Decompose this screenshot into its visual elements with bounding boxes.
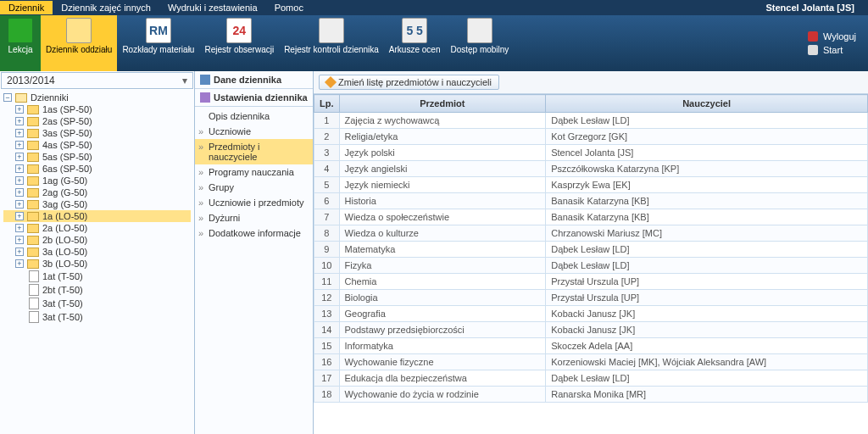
table-row[interactable]: 17Edukacja dla bezpieczeństwaDąbek Lesła… (314, 370, 868, 387)
ribbon-label: Arkusze ocen (389, 45, 441, 54)
tree-item[interactable]: 2bt (T-50) (3, 283, 191, 297)
table-row[interactable]: 11ChemiaPrzystał Urszula [UP] (314, 274, 868, 290)
tree-item[interactable]: +1ag (G-50) (3, 175, 191, 186)
table-row[interactable]: 16Wychowanie fizyczneKorzeniowski Maciej… (314, 354, 868, 370)
logout-link[interactable]: Wyloguj (808, 31, 856, 42)
col-subject[interactable]: Przedmiot (339, 95, 546, 113)
tree-item[interactable]: +1as (SP-50) (3, 103, 191, 115)
ribbon-label: Lekcja (8, 45, 33, 54)
mid-item[interactable]: Opis dziennika (195, 108, 313, 124)
tree-root[interactable]: − Dzienniki (3, 92, 191, 103)
main: 2013/2014 ▾ − Dzienniki +1as (SP-50)+2as… (0, 71, 868, 434)
table-row[interactable]: 7Wiedza o społeczeństwieBanasik Katarzyn… (314, 209, 868, 225)
expand-icon[interactable]: + (15, 105, 24, 114)
tree-item[interactable]: +2as (SP-50) (3, 115, 191, 127)
tree-item[interactable]: +3as (SP-50) (3, 127, 191, 139)
expand-icon[interactable]: + (15, 236, 24, 244)
table-row[interactable]: 8Wiedza o kulturzeChrzanowski Mariusz [M… (314, 225, 868, 242)
top-tab-2[interactable]: Wydruki i zestawienia (159, 1, 266, 14)
cell-teacher: Kasprzyk Ewa [EK] (546, 177, 868, 193)
expand-icon[interactable]: + (15, 259, 24, 268)
start-label: Start (823, 45, 843, 55)
ribbon-rejestr-obserwacji[interactable]: 24Rejestr obserwacji (199, 15, 279, 71)
table-row[interactable]: 4Język angielskiPszczółkowska Katarzyna … (314, 161, 868, 177)
expand-icon[interactable]: + (15, 129, 24, 137)
chevron-down-icon[interactable]: ▾ (182, 75, 187, 86)
col-lp[interactable]: Lp. (314, 95, 340, 113)
expand-icon[interactable]: + (15, 212, 24, 220)
ribbon-rozkłady-materiału[interactable]: RMRozkłady materiału (117, 15, 199, 71)
tree-item[interactable]: 3at (T-50) (3, 297, 191, 310)
expand-icon[interactable]: + (15, 200, 24, 209)
expand-icon[interactable]: + (15, 176, 24, 185)
expand-icon[interactable]: + (15, 248, 24, 256)
start-link[interactable]: Start (808, 45, 856, 55)
table-row[interactable]: 3Język polskiStencel Jolanta [JS] (314, 145, 868, 161)
change-list-button[interactable]: Zmień listę przedmiotów i nauczycieli (319, 75, 499, 90)
col-teacher[interactable]: Nauczyciel (546, 95, 868, 113)
ribbon-arkusze-ocen[interactable]: 5 5Arkusze ocen (384, 15, 446, 71)
mid-item[interactable]: Grupy (195, 180, 313, 195)
expand-icon[interactable]: + (15, 224, 24, 232)
table-row[interactable]: 6HistoriaBanasik Katarzyna [KB] (314, 193, 868, 209)
tree: − Dzienniki +1as (SP-50)+2as (SP-50)+3as… (0, 90, 194, 434)
dostęp-mobilny-icon (467, 18, 492, 43)
tree-item[interactable]: 3at (T-50) (3, 310, 191, 324)
cell-teacher: Kobacki Janusz [JK] (546, 322, 868, 338)
table-row[interactable]: 10FizykaDąbek Lesław [LD] (314, 258, 868, 274)
mid-item[interactable]: Uczniowie (195, 124, 313, 139)
table-row[interactable]: 2Religia/etykaKot Grzegorz [GK] (314, 129, 868, 145)
folder-icon (27, 212, 39, 221)
tree-item-label: 1at (T-50) (42, 271, 83, 281)
tree-item-label: 3at (T-50) (42, 312, 83, 322)
expand-icon[interactable]: + (15, 188, 24, 197)
mid-item[interactable]: Dyżurni (195, 210, 313, 225)
mid-item[interactable]: Dodatkowe informacje (195, 225, 313, 241)
tree-item[interactable]: +2b (LO-50) (3, 234, 191, 246)
table-row[interactable]: 12BiologiaPrzystał Urszula [UP] (314, 290, 868, 306)
collapse-icon[interactable]: − (3, 93, 12, 102)
tree-item[interactable]: +3b (LO-50) (3, 258, 191, 270)
tree-item[interactable]: +6as (SP-50) (3, 163, 191, 175)
ribbon-lekcja[interactable]: Lekcja (0, 15, 41, 71)
tree-item-label: 4as (SP-50) (42, 140, 92, 150)
mid-item[interactable]: Przedmioty i nauczyciele (195, 139, 313, 164)
table-row[interactable]: 1Zajęcia z wychowawcąDąbek Lesław [LD] (314, 113, 868, 129)
file-icon (29, 311, 39, 323)
table-row[interactable]: 15InformatykaSkoczek Adela [AA] (314, 338, 868, 354)
tree-item[interactable]: +3a (LO-50) (3, 246, 191, 258)
tree-item[interactable]: 1at (T-50) (3, 270, 191, 283)
cell-lp: 15 (314, 338, 340, 354)
year-select[interactable]: 2013/2014 ▾ (1, 72, 193, 89)
top-tab-0[interactable]: Dziennik (0, 1, 53, 14)
expand-icon[interactable]: + (15, 117, 24, 125)
ribbon-dostęp-mobilny[interactable]: Dostęp mobilny (445, 15, 514, 71)
tree-item[interactable]: +2a (LO-50) (3, 222, 191, 234)
top-tab-3[interactable]: Pomoc (266, 1, 312, 14)
ribbon-right: Wyloguj Start (808, 15, 868, 71)
ribbon-rejestr-kontroli-dziennika[interactable]: Rejestr kontroli dziennika (279, 15, 384, 71)
expand-icon[interactable]: + (15, 141, 24, 149)
tree-item[interactable]: +4as (SP-50) (3, 139, 191, 151)
table-row[interactable]: 18Wychowanie do życia w rodzinieRanarska… (314, 387, 868, 403)
cell-subject: Wiedza o kulturze (339, 225, 546, 242)
table-row[interactable]: 14Podstawy przedsiębiorczościKobacki Jan… (314, 322, 868, 338)
tree-item-label: 3a (LO-50) (42, 247, 87, 257)
mid-item[interactable]: Programy nauczania (195, 164, 313, 180)
cell-subject: Religia/etyka (339, 129, 546, 145)
mid-item[interactable]: Uczniowie i przedmioty (195, 195, 313, 210)
cell-teacher: Dąbek Lesław [LD] (546, 258, 868, 274)
tree-item[interactable]: +2ag (G-50) (3, 186, 191, 198)
expand-icon[interactable]: + (15, 164, 24, 173)
table-row[interactable]: 13GeografiaKobacki Janusz [JK] (314, 306, 868, 322)
ribbon-dziennik-oddziału[interactable]: Dziennik oddziału (41, 15, 117, 71)
tree-item[interactable]: +1a (LO-50) (3, 210, 191, 222)
cell-teacher: Pszczółkowska Katarzyna [KP] (546, 161, 868, 177)
tree-item[interactable]: +5as (SP-50) (3, 151, 191, 163)
mid-list: Opis dziennikaUczniowiePrzedmioty i nauc… (195, 107, 313, 242)
expand-icon[interactable]: + (15, 153, 24, 161)
tree-item[interactable]: +3ag (G-50) (3, 198, 191, 210)
top-tab-1[interactable]: Dziennik zajęć innych (53, 1, 159, 14)
table-row[interactable]: 9MatematykaDąbek Lesław [LD] (314, 242, 868, 258)
table-row[interactable]: 5Język niemieckiKasprzyk Ewa [EK] (314, 177, 868, 193)
